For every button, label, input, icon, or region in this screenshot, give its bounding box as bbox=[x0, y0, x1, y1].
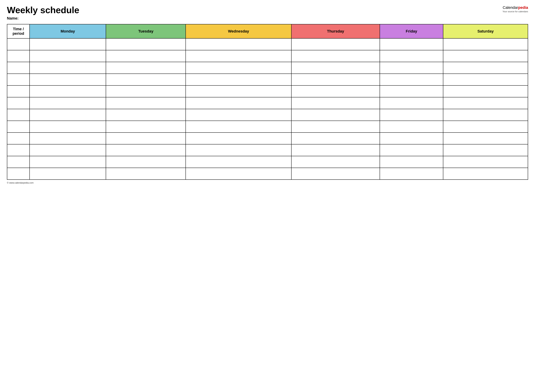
table-cell[interactable] bbox=[30, 50, 106, 62]
table-cell[interactable] bbox=[291, 38, 380, 50]
table-cell[interactable] bbox=[380, 168, 443, 180]
table-cell[interactable] bbox=[291, 109, 380, 121]
schedule-table: Time / period Monday Tuesday Wednesday T… bbox=[7, 24, 528, 180]
table-cell[interactable] bbox=[380, 121, 443, 132]
table-cell[interactable] bbox=[30, 132, 106, 144]
table-cell[interactable] bbox=[186, 109, 291, 121]
table-cell[interactable] bbox=[186, 132, 291, 144]
table-cell[interactable] bbox=[443, 38, 528, 50]
table-row bbox=[7, 97, 528, 109]
table-cell[interactable] bbox=[30, 156, 106, 168]
table-cell[interactable] bbox=[380, 38, 443, 50]
table-cell[interactable] bbox=[443, 74, 528, 85]
table-cell[interactable] bbox=[30, 168, 106, 180]
name-label: Name: bbox=[7, 16, 502, 21]
table-cell[interactable] bbox=[30, 109, 106, 121]
table-cell[interactable] bbox=[7, 62, 30, 74]
table-cell[interactable] bbox=[443, 85, 528, 97]
table-cell[interactable] bbox=[186, 74, 291, 85]
table-cell[interactable] bbox=[30, 38, 106, 50]
table-cell[interactable] bbox=[291, 144, 380, 156]
table-cell[interactable] bbox=[291, 50, 380, 62]
table-cell[interactable] bbox=[443, 50, 528, 62]
table-cell[interactable] bbox=[7, 144, 30, 156]
table-cell[interactable] bbox=[30, 85, 106, 97]
table-cell[interactable] bbox=[30, 74, 106, 85]
table-cell[interactable] bbox=[106, 132, 186, 144]
table-cell[interactable] bbox=[291, 62, 380, 74]
table-cell[interactable] bbox=[443, 97, 528, 109]
table-cell[interactable] bbox=[380, 85, 443, 97]
table-cell[interactable] bbox=[106, 97, 186, 109]
table-cell[interactable] bbox=[186, 62, 291, 74]
table-cell[interactable] bbox=[106, 38, 186, 50]
table-cell[interactable] bbox=[443, 62, 528, 74]
table-cell[interactable] bbox=[186, 121, 291, 132]
table-cell[interactable] bbox=[7, 50, 30, 62]
table-cell[interactable] bbox=[7, 74, 30, 85]
table-cell[interactable] bbox=[291, 132, 380, 144]
table-cell[interactable] bbox=[380, 74, 443, 85]
table-cell[interactable] bbox=[186, 85, 291, 97]
table-cell[interactable] bbox=[186, 38, 291, 50]
table-cell[interactable] bbox=[291, 121, 380, 132]
table-cell[interactable] bbox=[106, 50, 186, 62]
table-cell[interactable] bbox=[7, 121, 30, 132]
schedule-body bbox=[7, 38, 528, 180]
table-cell[interactable] bbox=[380, 144, 443, 156]
logo-text: Calendarpedia bbox=[502, 5, 528, 10]
table-cell[interactable] bbox=[106, 156, 186, 168]
table-cell[interactable] bbox=[30, 97, 106, 109]
table-cell[interactable] bbox=[186, 168, 291, 180]
table-cell[interactable] bbox=[186, 156, 291, 168]
table-cell[interactable] bbox=[106, 74, 186, 85]
table-cell[interactable] bbox=[106, 109, 186, 121]
table-cell[interactable] bbox=[106, 144, 186, 156]
page-title: Weekly schedule bbox=[7, 5, 502, 15]
table-row bbox=[7, 50, 528, 62]
table-cell[interactable] bbox=[380, 109, 443, 121]
table-cell[interactable] bbox=[186, 144, 291, 156]
table-cell[interactable] bbox=[443, 132, 528, 144]
title-section: Weekly schedule Name: bbox=[7, 5, 502, 21]
table-cell[interactable] bbox=[7, 109, 30, 121]
table-cell[interactable] bbox=[186, 97, 291, 109]
table-cell[interactable] bbox=[291, 85, 380, 97]
table-row bbox=[7, 156, 528, 168]
table-cell[interactable] bbox=[380, 50, 443, 62]
table-cell[interactable] bbox=[443, 144, 528, 156]
table-cell[interactable] bbox=[380, 156, 443, 168]
table-cell[interactable] bbox=[106, 168, 186, 180]
logo-calendar: Calendar bbox=[503, 5, 518, 10]
col-header-saturday: Saturday bbox=[443, 24, 528, 38]
table-row bbox=[7, 144, 528, 156]
table-cell[interactable] bbox=[291, 74, 380, 85]
table-cell[interactable] bbox=[443, 168, 528, 180]
table-cell[interactable] bbox=[7, 38, 30, 50]
table-cell[interactable] bbox=[291, 168, 380, 180]
table-cell[interactable] bbox=[106, 121, 186, 132]
table-cell[interactable] bbox=[30, 62, 106, 74]
table-cell[interactable] bbox=[186, 50, 291, 62]
table-cell[interactable] bbox=[380, 97, 443, 109]
table-cell[interactable] bbox=[7, 97, 30, 109]
table-cell[interactable] bbox=[380, 62, 443, 74]
table-cell[interactable] bbox=[106, 62, 186, 74]
table-cell[interactable] bbox=[7, 132, 30, 144]
table-row bbox=[7, 62, 528, 74]
table-cell[interactable] bbox=[380, 132, 443, 144]
table-cell[interactable] bbox=[443, 121, 528, 132]
table-cell[interactable] bbox=[30, 121, 106, 132]
table-cell[interactable] bbox=[30, 144, 106, 156]
table-cell[interactable] bbox=[106, 85, 186, 97]
col-header-tuesday: Tuesday bbox=[106, 24, 186, 38]
table-cell[interactable] bbox=[7, 156, 30, 168]
table-cell[interactable] bbox=[7, 168, 30, 180]
table-cell[interactable] bbox=[443, 156, 528, 168]
table-row bbox=[7, 132, 528, 144]
table-cell[interactable] bbox=[291, 156, 380, 168]
table-cell[interactable] bbox=[7, 85, 30, 97]
table-cell[interactable] bbox=[291, 97, 380, 109]
col-header-thursday: Thursday bbox=[291, 24, 380, 38]
table-cell[interactable] bbox=[443, 109, 528, 121]
